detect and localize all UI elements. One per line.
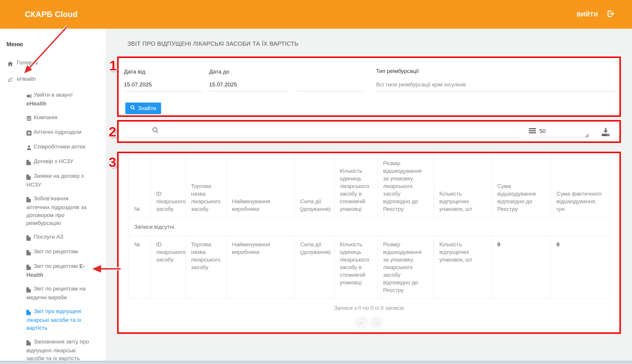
footer-cell: Розмір відшкодування за упаковку лікарсь…	[378, 236, 434, 299]
find-button-label: Знайти	[138, 105, 156, 112]
column-header: Торгова назва лікарського засобу	[186, 155, 227, 218]
arrow-left-icon: ←	[358, 319, 365, 326]
date-from-input[interactable]: 15.07.2025	[124, 81, 152, 88]
footer-sum-actual: 0	[551, 236, 610, 299]
annotation-step-2: 2	[109, 124, 116, 140]
filters-panel: Дата від 15.07.2025 Дата до 15.07.2025 Т…	[117, 57, 621, 117]
report-table: № ID лікарського засобу Торгова назва лі…	[129, 155, 610, 299]
page-title: ЗВІТ ПРО ВІДПУЩЕНІ ЛІКАРСЬКІ ЗАСОБИ ТА Ї…	[127, 40, 298, 47]
sign-out-icon	[606, 9, 615, 19]
column-header: ID лікарського засобу	[151, 155, 186, 218]
annotation-step-1: 1	[109, 57, 117, 74]
sidebar-item-pharmacy-staff[interactable]: Співробітники аптек	[7, 140, 98, 154]
brand-logo: СКАРБ Cloud	[0, 10, 78, 19]
logout-button[interactable]: ВИЙТИ	[577, 9, 632, 19]
page-size-select[interactable]: 50	[539, 128, 546, 134]
file-icon	[26, 248, 32, 256]
sidebar-item-recipe-report[interactable]: Звіт по рецептам	[7, 245, 98, 259]
sidebar-submenu: Увійти в акаунт eHealth Компанія Аптечні…	[7, 88, 98, 364]
prev-page-button[interactable]: ←	[355, 316, 368, 329]
annotation-step-3: 3	[109, 154, 116, 170]
column-header: Сума відшкодування відповідно до Реєстру	[492, 155, 551, 218]
select-caret-icon[interactable]	[585, 133, 589, 137]
app-root: СКАРБ Cloud ВИЙТИ Меню Головна eHe	[0, 0, 632, 364]
date-to-input[interactable]: 15.07.2025	[209, 81, 237, 88]
footer-cell: Сила дії (дозування)	[295, 236, 334, 299]
date-from-label: Дата від	[124, 69, 145, 75]
logout-label: ВИЙТИ	[577, 11, 598, 18]
footer-cell: Кількість відпущених упаковок, шт	[434, 236, 492, 299]
sidebar-item-company[interactable]: Компанія	[7, 110, 98, 125]
reimbursement-type-underline	[376, 91, 616, 91]
empty-table-message: Записи відсутні.	[129, 218, 610, 236]
leaf-icon	[7, 76, 13, 84]
sidebar-item-label: Головна	[17, 59, 38, 66]
footer-cell: ID лікарського засобу	[151, 236, 186, 299]
arrow-right-icon: →	[373, 319, 380, 326]
column-header: Кількість відпущених упаковок, шт	[434, 155, 492, 218]
sidebar-item-fill-dispensed-report[interactable]: Заповнення звіту про відпущені лікарські…	[7, 335, 98, 364]
page-size-underline	[529, 137, 589, 137]
date-to-underline	[209, 91, 288, 91]
sidebar-item-medical-devices-report[interactable]: Звіт по рецептам на медичні вироби	[7, 282, 98, 304]
footer-cell: Торгова назва лікарського засобу	[186, 236, 227, 299]
column-header: Розмір відшкодування за упаковку лікарсь…	[378, 155, 434, 218]
file-icon	[26, 234, 32, 242]
sidebar-item-az-services[interactable]: Послуги АЗ	[7, 230, 98, 245]
reimbursement-type-select[interactable]: Всі типи реімбурсації крім інсулінів	[376, 81, 466, 88]
file-icon	[26, 286, 32, 293]
table-row: Записи відсутні.	[129, 218, 610, 236]
download-icon[interactable]	[600, 127, 611, 138]
sign-in-icon	[26, 92, 32, 100]
sidebar-item-home[interactable]: Головна	[0, 55, 106, 71]
sidebar-item-recipe-report-ehealth[interactable]: Звіт по рецептам E-Health	[7, 259, 98, 282]
home-icon	[7, 59, 13, 67]
user-icon	[26, 143, 32, 151]
plus-square-icon	[26, 129, 32, 137]
menu-lines-icon	[529, 128, 536, 134]
sidebar-menu-title: Меню	[6, 41, 106, 48]
file-icon	[26, 195, 32, 203]
table-search-input[interactable]	[125, 127, 521, 137]
sidebar-item-label: eHealth	[17, 76, 36, 82]
footer-cell: №	[129, 236, 151, 299]
footer-cell: Найменування виробника	[227, 236, 295, 299]
file-icon	[26, 263, 32, 271]
sidebar-item-ehealth-login[interactable]: Увійти в акаунт eHealth	[7, 88, 98, 110]
footer-cell: Кількість одиниць лікарського засобу в с…	[334, 236, 378, 299]
table-footer: № ID лікарського засобу Торгова назва лі…	[129, 236, 610, 299]
file-icon	[26, 158, 32, 166]
column-header: №	[129, 155, 151, 218]
sidebar-item-nszu-contract[interactable]: Договір з НСЗУ	[7, 154, 98, 169]
database-icon	[26, 114, 32, 122]
sidebar-item-dispensed-medicines-report[interactable]: Звіт про відпущені лікарські засоби та ї…	[7, 304, 98, 335]
sidebar: Меню Головна eHealth Увійти в акаунт eHe…	[0, 29, 106, 361]
sidebar-item-obligations[interactable]: Зобов’язання аптечних підрозділів за дог…	[7, 192, 98, 230]
column-header: Кількість одиниць лікарського засобу в с…	[334, 155, 378, 218]
column-header: Сума фактичного відшкодування, грн	[551, 155, 610, 218]
column-header: Найменування виробника	[227, 155, 295, 218]
file-icon	[26, 339, 32, 346]
footer-sum-registry: 0	[492, 236, 551, 299]
horizontal-scrollbar[interactable]	[0, 361, 632, 364]
column-header: Сила дії (дозування)	[295, 155, 334, 218]
sidebar-item-nszu-applications[interactable]: Заявки на договір з НСЗУ	[7, 169, 98, 192]
reimbursement-type-label: Тип реімбурсації	[376, 68, 419, 74]
table-info-text: Записи з 0 по 0 із 0 записів	[129, 305, 609, 311]
next-page-button[interactable]: →	[370, 316, 383, 329]
sidebar-nav: Головна eHealth Увійти в акаунт eHealth	[0, 55, 106, 364]
file-icon	[26, 308, 32, 316]
table-header: № ID лікарського засобу Торгова назва лі…	[129, 155, 610, 218]
date-from-underline	[124, 91, 202, 91]
app-header: СКАРБ Cloud ВИЙТИ	[0, 0, 632, 29]
table-toolbar: 50	[117, 120, 621, 143]
search-underline	[125, 137, 521, 138]
report-table-panel: № ID лікарського засобу Торгова назва лі…	[117, 152, 621, 334]
date-to-label: Дата до	[209, 69, 229, 75]
empty-field-underline	[297, 91, 364, 91]
file-icon	[26, 173, 32, 181]
sidebar-item-ehealth[interactable]: eHealth Увійти в акаунт eHealth Компанія	[0, 71, 106, 364]
find-button[interactable]: Знайти	[125, 102, 161, 114]
sidebar-item-pharmacy-units[interactable]: Аптечні підрозділи	[7, 125, 98, 140]
search-icon	[130, 105, 135, 112]
